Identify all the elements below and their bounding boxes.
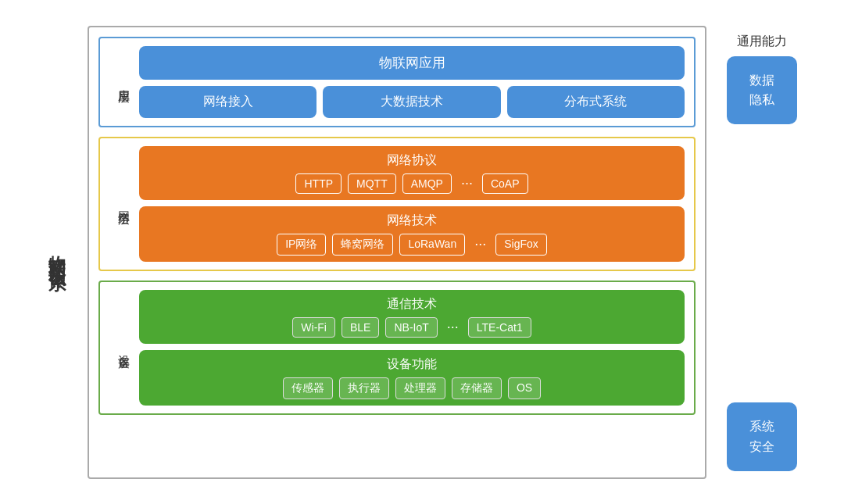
comm-items-row: Wi-Fi BLE NB-IoT ··· LTE-Cat1	[148, 317, 675, 338]
right-panel: 通用能力 数据隐私 系统安全	[719, 26, 805, 479]
net-layer: 网络层 网络协议 HTTP MQTT AMQP ··· CoAP 网络技术	[98, 137, 696, 271]
comm-box-title: 通信技术	[148, 296, 675, 313]
func-item-1: 执行器	[339, 377, 389, 399]
app-sub-box-1: 大数据技术	[323, 86, 500, 118]
app-layer-label: 应用层	[109, 80, 131, 84]
dev-layer: 设备层 通信技术 Wi-Fi BLE NB-IoT ··· LTE-Cat1 设…	[98, 281, 696, 415]
protocol-item-0: HTTP	[295, 173, 342, 194]
tech-items-row: IP网络 蜂窝网络 LoRaWan ··· SigFox	[148, 234, 675, 256]
comm-item-4: LTE-Cat1	[468, 317, 531, 338]
tech-dots: ···	[471, 234, 489, 256]
comm-item-2: NB-IoT	[385, 317, 437, 338]
protocol-box: 网络协议 HTTP MQTT AMQP ··· CoAP	[139, 146, 685, 200]
app-layer-row: 应用层 物联网应用 网络接入 大数据技术 分布式系统	[109, 46, 685, 118]
net-layer-label: 网络层	[109, 202, 131, 206]
func-item-4: OS	[508, 377, 541, 399]
left-label: 物联网知识体系	[39, 26, 75, 479]
comm-item-0: Wi-Fi	[292, 317, 335, 338]
right-top-label: 通用能力	[737, 34, 787, 50]
tech-box: 网络技术 IP网络 蜂窝网络 LoRaWan ··· SigFox	[139, 206, 685, 262]
protocol-items-row: HTTP MQTT AMQP ··· CoAP	[148, 173, 675, 194]
func-items-row: 传感器 执行器 处理器 存储器 OS	[148, 377, 675, 399]
app-layer: 应用层 物联网应用 网络接入 大数据技术 分布式系统	[98, 37, 696, 127]
right-box-data-privacy: 数据隐私	[727, 56, 797, 124]
protocol-item-1: MQTT	[348, 173, 396, 194]
outer-container: 物联网知识体系 应用层 物联网应用 网络接入 大数据技术 分布式系统 网络层	[39, 26, 805, 479]
protocol-dots: ···	[458, 173, 476, 194]
right-box-system-security: 系统安全	[727, 402, 797, 470]
protocol-item-4: CoAP	[482, 173, 528, 194]
func-item-2: 处理器	[395, 377, 445, 399]
comm-item-1: BLE	[342, 317, 379, 338]
tech-item-1: 蜂窝网络	[332, 234, 393, 256]
protocol-item-2: AMQP	[402, 173, 452, 194]
func-box-title: 设备功能	[148, 356, 675, 373]
app-sub-box-2: 分布式系统	[507, 86, 685, 118]
main-frame: 应用层 物联网应用 网络接入 大数据技术 分布式系统 网络层 网络协议	[88, 26, 706, 479]
func-box: 设备功能 传感器 执行器 处理器 存储器 OS	[139, 350, 685, 406]
comm-box: 通信技术 Wi-Fi BLE NB-IoT ··· LTE-Cat1	[139, 290, 685, 344]
net-layer-content: 网络协议 HTTP MQTT AMQP ··· CoAP 网络技术 IP网络 蜂…	[139, 146, 685, 262]
tech-box-title: 网络技术	[148, 213, 675, 229]
tech-item-2: LoRaWan	[399, 234, 465, 256]
app-sub-box-0: 网络接入	[139, 86, 316, 118]
protocol-box-title: 网络协议	[148, 152, 675, 169]
app-sub-boxes-row: 网络接入 大数据技术 分布式系统	[139, 86, 685, 118]
comm-dots: ···	[444, 317, 462, 338]
dev-layer-label: 设备层	[109, 345, 131, 350]
tech-item-0: IP网络	[277, 234, 326, 256]
func-item-0: 传感器	[283, 377, 333, 399]
func-item-3: 存储器	[452, 377, 502, 399]
iot-app-box: 物联网应用	[139, 46, 685, 80]
tech-item-4: SigFox	[495, 234, 547, 256]
app-layer-content: 物联网应用 网络接入 大数据技术 分布式系统	[139, 46, 685, 118]
dev-layer-content: 通信技术 Wi-Fi BLE NB-IoT ··· LTE-Cat1 设备功能 …	[139, 290, 685, 406]
